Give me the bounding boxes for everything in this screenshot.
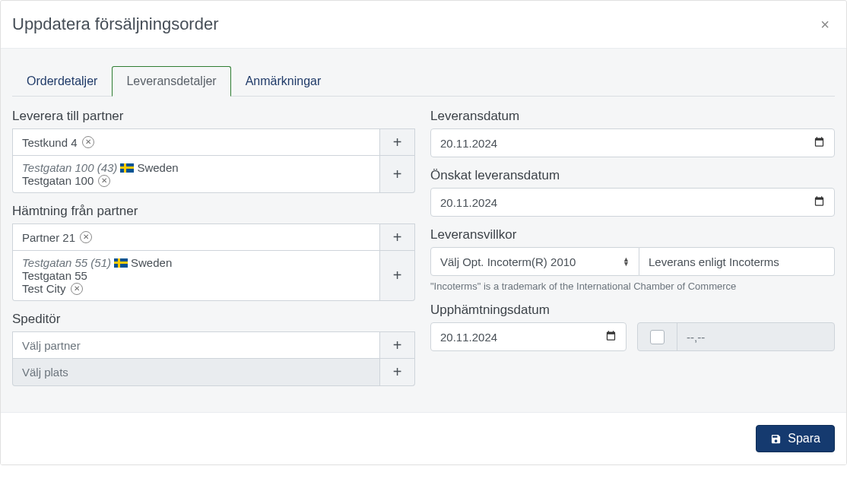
modal-update-sales-order: Uppdatera försäljningsorder × Orderdetal… (0, 0, 847, 465)
pickup-city: Test City (22, 282, 66, 295)
tab-order-details[interactable]: Orderdetaljer (12, 66, 112, 97)
add-deliver-partner-button[interactable]: + (380, 128, 415, 156)
delivery-date-value: 20.11.2024 (440, 137, 497, 150)
clear-icon[interactable]: ✕ (82, 136, 94, 148)
deliver-country: Sweden (137, 161, 178, 174)
clear-icon[interactable]: ✕ (98, 175, 110, 187)
deliver-address-title: Testgatan 100 (43) (22, 161, 117, 174)
desired-date-input[interactable]: 20.11.2024 (430, 188, 835, 217)
modal-footer: Spara (1, 412, 846, 464)
clear-icon[interactable]: ✕ (71, 283, 83, 295)
delivery-date-input[interactable]: 20.11.2024 (430, 128, 835, 157)
pickup-date-input[interactable]: 20.11.2024 (430, 322, 627, 351)
incoterm-helper-text: "Incoterms" is a trademark of the Intern… (430, 281, 835, 292)
tab-notes[interactable]: Anmärkningar (231, 66, 336, 97)
incoterm-text-input[interactable]: Leverans enligt Incoterms (639, 247, 835, 276)
sweden-flag-icon (114, 258, 128, 268)
tab-bar: Orderdetaljer Leveransdetaljer Anmärknin… (12, 49, 835, 97)
pickup-partner-value: Partner 21 (22, 231, 75, 244)
add-pickup-address-button[interactable]: + (380, 251, 415, 301)
add-forwarder-partner-button[interactable]: + (380, 331, 415, 359)
add-pickup-partner-button[interactable]: + (380, 223, 415, 251)
tab-delivery-details[interactable]: Leveransdetaljer (112, 66, 230, 97)
delivery-date-label: Leveransdatum (430, 109, 835, 124)
pickup-date-value: 20.11.2024 (440, 331, 497, 344)
amount-group: --,-- (637, 322, 835, 351)
sweden-flag-icon (120, 163, 134, 173)
save-button-label: Spara (788, 432, 820, 445)
content-area: Leverera till partner Testkund 4 ✕ + (12, 97, 835, 397)
save-button[interactable]: Spara (756, 425, 835, 452)
incoterm-select-value: Välj Opt. Incoterm(R) 2010 (440, 255, 576, 268)
amount-input: --,-- (677, 323, 834, 350)
clear-icon[interactable]: ✕ (80, 231, 92, 243)
deliver-to-label: Leverera till partner (12, 109, 415, 124)
incoterm-select[interactable]: Välj Opt. Incoterm(R) 2010 ▲▼ (430, 247, 639, 276)
add-forwarder-location-button[interactable]: + (380, 359, 415, 386)
pickup-partner-field[interactable]: Partner 21 ✕ (12, 223, 380, 251)
desired-date-label: Önskat leveransdatum (430, 168, 835, 183)
right-column: Leveransdatum 20.11.2024 Önskat leverans… (430, 107, 835, 397)
forwarder-label: Speditör (12, 312, 415, 327)
pickup-from-group: Hämtning från partner Partner 21 ✕ + (12, 204, 415, 301)
left-column: Leverera till partner Testkund 4 ✕ + (12, 107, 415, 397)
desired-date-value: 20.11.2024 (440, 196, 497, 209)
amount-checkbox-wrapper[interactable] (638, 323, 677, 350)
pickup-date-group: Upphämtningsdatum 20.11.2024 (430, 303, 835, 351)
deliver-partner-value: Testkund 4 (22, 136, 78, 149)
amount-checkbox[interactable] (650, 330, 665, 344)
select-arrows-icon: ▲▼ (623, 257, 630, 267)
modal-body: Orderdetaljer Leveransdetaljer Anmärknin… (1, 49, 846, 412)
pickup-from-label: Hämtning från partner (12, 204, 415, 219)
terms-label: Leveransvillkor (430, 227, 835, 242)
calendar-icon (814, 136, 825, 150)
save-icon (770, 433, 782, 445)
add-deliver-address-button[interactable]: + (380, 156, 415, 193)
calendar-icon (605, 330, 617, 344)
deliver-to-group: Leverera till partner Testkund 4 ✕ + (12, 109, 415, 193)
modal-title: Uppdatera försäljningsorder (12, 14, 219, 34)
calendar-icon (814, 195, 825, 209)
terms-group: Leveransvillkor Välj Opt. Incoterm(R) 20… (430, 227, 835, 292)
pickup-address-title: Testgatan 55 (51) (22, 256, 111, 269)
deliver-street: Testgatan 100 (22, 174, 94, 187)
delivery-date-group: Leveransdatum 20.11.2024 (430, 109, 835, 157)
forwarder-group: Speditör Välj partner + Välj plats + (12, 312, 415, 386)
forwarder-location-field: Välj plats (12, 359, 380, 386)
deliver-partner-field[interactable]: Testkund 4 ✕ (12, 128, 380, 156)
desired-date-group: Önskat leveransdatum 20.11.2024 (430, 168, 835, 217)
pickup-date-label: Upphämtningsdatum (430, 303, 835, 318)
deliver-address-field[interactable]: Testgatan 100 (43) Sweden Testgatan 100 … (12, 156, 380, 193)
forwarder-partner-field[interactable]: Välj partner (12, 331, 380, 359)
incoterm-text-value: Leverans enligt Incoterms (649, 255, 779, 268)
close-button[interactable]: × (820, 17, 830, 32)
pickup-street: Testgatan 55 (22, 269, 87, 282)
pickup-address-field[interactable]: Testgatan 55 (51) Sweden Testgatan 55 Te… (12, 251, 380, 301)
modal-header: Uppdatera försäljningsorder × (1, 1, 846, 49)
pickup-country: Sweden (131, 256, 172, 269)
